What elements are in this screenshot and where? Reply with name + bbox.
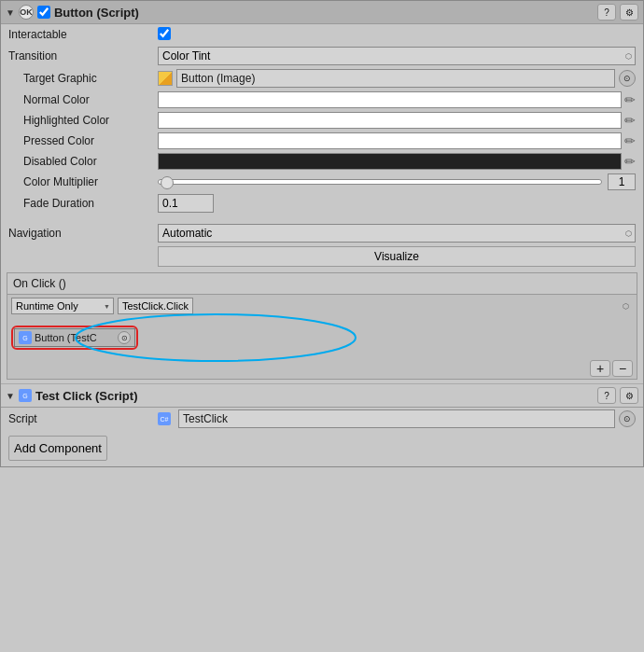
highlighted-color-row: Highlighted Color ✏ [1,110,643,131]
target-graphic-label: Target Graphic [8,72,158,85]
script-value-row: C# TestClick ⊙ [158,409,636,428]
test-click-help-button[interactable]: ? [597,387,616,404]
visualize-value: Visualize [158,246,636,267]
test-click-collapse-arrow[interactable]: ▼ [6,391,15,401]
header-icons: ? ⚙ [597,4,638,21]
navigation-select[interactable]: Automatic [158,224,636,243]
disabled-color-field: ✏ [158,153,636,170]
inspector-panel: ▼ OK Button (Script) ? ⚙ Interactable Tr… [0,0,644,467]
highlighted-color-bar[interactable] [158,112,622,129]
disabled-color-pencil[interactable]: ✏ [624,154,636,169]
color-multiplier-row: Color Multiplier [1,172,643,192]
target-graphic-text: Button (Image) [176,69,615,88]
test-click-header-icons: ? ⚙ [597,387,638,404]
plus-minus-row: + − [7,358,637,379]
target-graphic-icon [158,71,173,86]
highlighted-color-field: ✏ [158,112,636,129]
script-row: Script C# TestClick ⊙ [1,408,643,430]
test-click-script-header: ▼ G Test Click (Script) ? ⚙ [1,383,643,408]
pressed-color-field: ✏ [158,132,636,149]
normal-color-field: ✏ [158,91,636,108]
go-select-btn[interactable]: ⊙ [118,331,131,344]
interactable-row: Interactable [1,24,643,45]
on-click-header: On Click () [7,273,637,295]
pressed-color-bar[interactable] [158,132,622,149]
target-graphic-value: Button (Image) ⊙ [158,69,636,88]
navigation-dropdown-wrapper: Automatic [158,224,636,243]
highlighted-color-pencil[interactable]: ✏ [624,113,636,128]
disabled-color-bar[interactable] [158,153,622,170]
script-value: TestClick [178,409,615,428]
interactable-label: Interactable [8,28,158,41]
pressed-color-pencil[interactable]: ✏ [624,133,636,148]
normal-color-label: Normal Color [8,93,158,106]
button-script-header: ▼ OK Button (Script) ? ⚙ [1,1,643,24]
transition-select[interactable]: Color Tint [158,47,636,65]
script-icon: C# [158,412,171,425]
pressed-color-row: Pressed Color ✏ [1,131,643,151]
add-listener-button[interactable]: + [590,360,610,377]
testclick-dropdown-wrapper: TestClick.Click [118,298,633,314]
color-multiplier-label: Color Multiplier [8,175,158,188]
fade-duration-label: Fade Duration [8,197,158,210]
runtime-dropdown-wrapper: Runtime Only [11,298,114,314]
normal-color-bar[interactable] [158,91,622,108]
go-icon: G [19,331,32,344]
navigation-label: Navigation [8,227,158,240]
gear-button[interactable]: ⚙ [620,4,638,21]
testclick-select[interactable]: TestClick.Click [118,298,193,314]
add-component-button[interactable]: Add Component [8,436,107,461]
target-graphic-select-btn[interactable]: ⊙ [619,70,636,87]
test-click-title: Test Click (Script) [35,389,594,403]
disabled-color-label: Disabled Color [8,155,158,168]
transition-row: Transition Color Tint [1,45,643,67]
navigation-row: Navigation Automatic [1,222,643,244]
divider-1 [1,215,643,222]
normal-color-pencil[interactable]: ✏ [624,92,636,107]
highlighted-color-label: Highlighted Color [8,114,158,127]
transition-label: Transition [8,49,158,62]
visualize-button[interactable]: Visualize [158,246,636,267]
color-multiplier-slider-row [158,173,636,190]
test-click-icon: G [19,389,32,402]
button-testc-row: G Button (TestC ⊙ [7,317,637,358]
runtime-select[interactable]: Runtime Only [11,298,114,314]
help-button[interactable]: ? [597,4,616,21]
fade-duration-input[interactable] [158,194,214,213]
remove-listener-button[interactable]: − [612,360,633,377]
script-select-btn[interactable]: ⊙ [619,410,636,427]
script-label: Script [8,412,158,425]
interactable-value [158,27,636,43]
on-click-content: Runtime Only TestClick.Click G Button (T… [7,295,637,379]
target-graphic-row: Target Graphic Button (Image) ⊙ [1,67,643,90]
ok-badge: OK [19,5,34,20]
blue-annotation-arc [141,319,328,356]
disabled-color-row: Disabled Color ✏ [1,151,643,172]
collapse-arrow[interactable]: ▼ [6,7,15,18]
visualize-row: Visualize [1,244,643,269]
transition-dropdown-wrapper: Color Tint [158,47,636,65]
enabled-checkbox[interactable] [37,6,50,19]
on-click-section: On Click () Runtime Only TestClick.Click [7,272,637,380]
slider-thumb[interactable] [161,176,174,189]
button-script-title: Button (Script) [54,6,594,20]
color-multiplier-input[interactable] [608,173,636,190]
on-click-config-row: Runtime Only TestClick.Click [7,295,637,317]
pressed-color-label: Pressed Color [8,134,158,147]
interactable-checkbox[interactable] [158,27,171,40]
test-click-gear-button[interactable]: ⚙ [620,387,638,404]
color-multiplier-slider[interactable] [158,179,602,185]
fade-duration-row: Fade Duration [1,192,643,215]
normal-color-row: Normal Color ✏ [1,90,643,110]
